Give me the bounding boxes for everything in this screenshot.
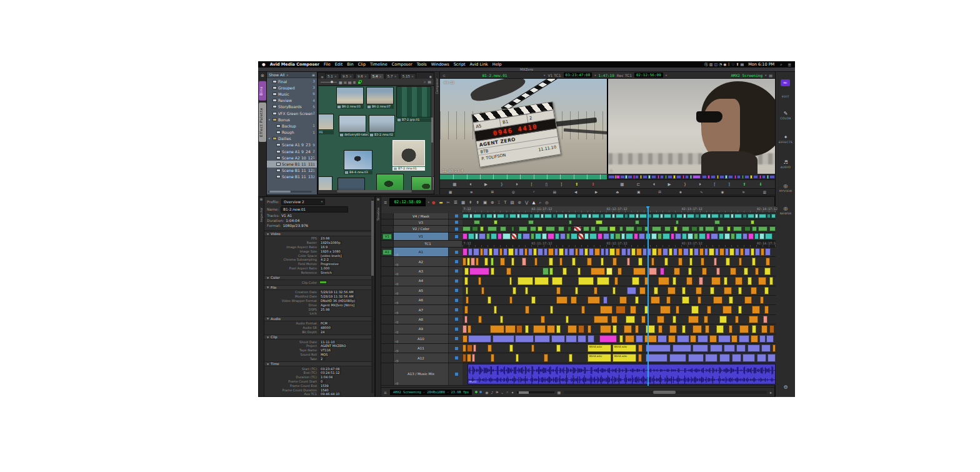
clip-segment[interactable] <box>708 214 711 218</box>
bin-tab-9.5[interactable]: 9.5× <box>340 73 354 79</box>
clip-segment[interactable] <box>612 214 615 218</box>
clip-segment[interactable] <box>641 316 646 323</box>
clip-segment[interactable] <box>654 287 658 294</box>
clip-segment[interactable] <box>752 258 756 265</box>
clip-segment[interactable] <box>508 248 514 256</box>
clip-segment[interactable] <box>718 335 731 343</box>
clip-segment[interactable] <box>764 306 769 313</box>
speaker-icon[interactable]: ◁) <box>395 331 398 334</box>
clip-segment[interactable] <box>589 248 594 256</box>
clip-segment[interactable] <box>771 214 776 218</box>
track-name[interactable]: A7◁) <box>394 305 449 314</box>
clip-segment[interactable] <box>481 287 484 294</box>
clip-segment[interactable] <box>632 277 640 284</box>
track-name[interactable]: A1◁) <box>394 248 449 256</box>
clip-segment[interactable] <box>652 226 661 231</box>
clip-segment[interactable] <box>519 248 524 256</box>
bin-clip[interactable]: B7-2.grp.01 <box>396 86 431 122</box>
track-header-a5[interactable]: A5◁) <box>381 286 462 296</box>
clip-segment[interactable] <box>704 316 708 323</box>
clip-segment[interactable] <box>612 287 616 294</box>
clip-segment[interactable] <box>594 287 598 294</box>
track-header-tc1[interactable]: TC1 <box>381 241 462 248</box>
bin-filter[interactable]: Show All ▾ ≡ <box>267 72 317 78</box>
focus-button-icon[interactable]: ▾ <box>512 390 514 394</box>
track-header-v4[interactable]: V4 / Mask <box>381 213 462 219</box>
clip-segment[interactable] <box>626 226 634 231</box>
clip-segment[interactable] <box>709 335 718 343</box>
section-header[interactable]: ▼Video <box>264 231 372 236</box>
clip-segment[interactable] <box>676 175 681 179</box>
clip-segment[interactable] <box>755 248 760 256</box>
clip-segment[interactable] <box>467 344 472 352</box>
clip-segment[interactable] <box>696 287 702 294</box>
speaker-icon[interactable]: ◁) <box>395 311 398 314</box>
track-lane-a4[interactable] <box>462 276 776 286</box>
bin-tab-9.6[interactable]: 9.6× <box>355 73 369 79</box>
clip-segment[interactable] <box>488 226 497 231</box>
clip-segment[interactable] <box>612 258 617 265</box>
clip-segment[interactable] <box>635 296 639 304</box>
clip-segment[interactable] <box>744 296 752 304</box>
clip-segment[interactable] <box>737 175 741 179</box>
clip-segment[interactable] <box>698 296 701 304</box>
clip-segment[interactable] <box>750 175 752 179</box>
track-name[interactable]: A3◁) <box>394 267 449 276</box>
track-name[interactable]: A11◁) <box>394 344 449 353</box>
clip-segment[interactable] <box>621 233 625 239</box>
workspace-gear-icon[interactable]: ⚙ <box>776 384 796 390</box>
clip-segment[interactable] <box>628 175 632 179</box>
clip-segment[interactable] <box>748 344 760 352</box>
clip-segment[interactable] <box>692 344 708 352</box>
track-header-v1[interactable]: V1V1 <box>381 233 462 241</box>
clip-segment[interactable] <box>478 316 482 323</box>
composer-tool-icon[interactable]: ⊞ <box>491 190 494 194</box>
bin-clip[interactable]: B3-2.new.02 <box>369 115 395 137</box>
transport-button-icon[interactable]: ▯ <box>546 182 548 187</box>
clip-segment[interactable] <box>651 258 654 265</box>
clip-segment[interactable] <box>666 296 671 304</box>
clip-segment[interactable] <box>560 233 566 239</box>
view-toggle-icon[interactable]: ▦ <box>339 80 342 84</box>
clip-segment[interactable] <box>500 316 503 323</box>
clip-segment[interactable] <box>556 296 568 304</box>
clip-segment[interactable] <box>691 226 698 231</box>
track-name[interactable]: A4◁) <box>394 276 449 285</box>
clip-segment[interactable] <box>724 233 730 239</box>
transport-button-icon[interactable]: ⏵ <box>516 182 518 187</box>
clip-segment[interactable] <box>711 175 716 179</box>
clip-segment[interactable] <box>689 248 693 256</box>
clip-segment[interactable] <box>615 233 621 239</box>
clip-segment[interactable] <box>555 233 559 239</box>
clip-segment[interactable] <box>533 248 537 256</box>
sequence-name[interactable]: AMX2 Screening <box>669 73 762 78</box>
clip-segment[interactable] <box>490 325 504 333</box>
clip-segment[interactable] <box>688 316 699 323</box>
clip-segment[interactable] <box>494 220 498 224</box>
clip-segment[interactable] <box>710 287 714 294</box>
track-name[interactable]: A12◁) <box>394 353 449 362</box>
track-record-icon[interactable] <box>455 308 458 311</box>
bin-tab-5.4[interactable]: 5.4× <box>370 73 384 79</box>
clip-segment[interactable] <box>711 233 718 239</box>
clip-segment[interactable] <box>636 248 642 256</box>
clip-segment[interactable] <box>569 220 572 224</box>
track-lane-a9[interactable] <box>462 324 776 334</box>
clip-segment[interactable] <box>480 226 484 231</box>
clip-segment[interactable] <box>511 226 514 231</box>
clip-segment[interactable] <box>664 226 671 231</box>
clip-segment[interactable] <box>627 287 636 294</box>
track-name[interactable]: TC1 <box>394 241 462 247</box>
view-toggle-icon[interactable]: ≣ <box>352 80 356 84</box>
clip-segment[interactable] <box>728 175 733 179</box>
clip-segment[interactable] <box>483 248 488 256</box>
clip-segment[interactable] <box>488 344 492 352</box>
clip-segment[interactable] <box>752 325 756 333</box>
workspace-newsr[interactable]: ◎NEWSR <box>776 206 796 215</box>
clip-segment[interactable] <box>482 214 486 218</box>
track-name[interactable]: A6◁) <box>394 296 449 304</box>
clip-segment[interactable] <box>564 248 569 256</box>
clip-segment[interactable] <box>705 354 718 361</box>
clip-segment[interactable] <box>709 248 714 256</box>
speaker-icon[interactable]: ◁) <box>395 253 398 256</box>
